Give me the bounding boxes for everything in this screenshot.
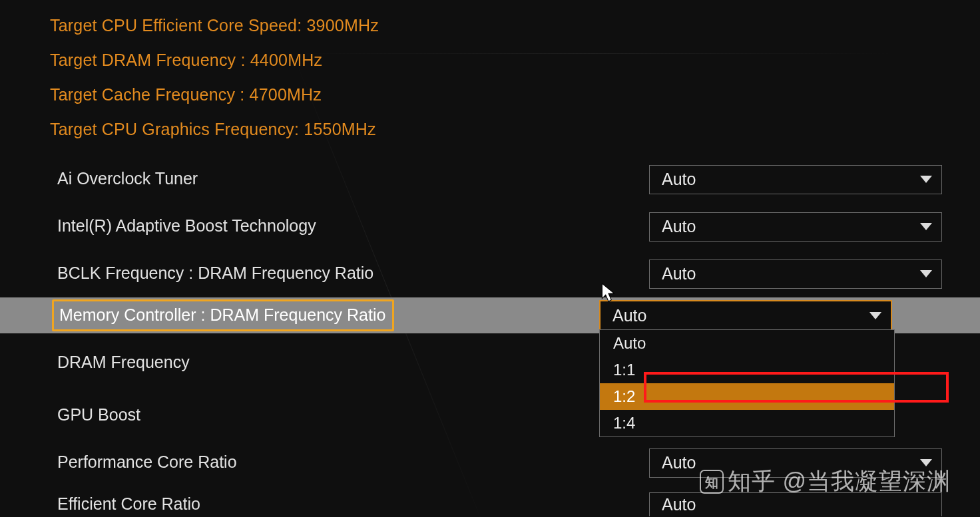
setting-row-performance-core-ratio: Performance Core Ratio Auto (50, 439, 980, 486)
efficient-core-ratio-dropdown[interactable]: Auto (649, 492, 942, 516)
dram-frequency-label: DRAM Frequency (52, 349, 196, 377)
mc-dram-ratio-dropdown[interactable]: Auto Auto 1:1 1:2 1:4 (599, 300, 892, 331)
setting-row-ai-overclock: Ai Overclock Tuner Auto (50, 156, 980, 203)
intel-abt-value: Auto (662, 217, 696, 236)
efficient-core-ratio-label: Efficient Core Ratio (52, 490, 207, 517)
setting-row-efficient-core-ratio: Efficient Core Ratio Auto (50, 486, 980, 517)
efficient-core-ratio-value: Auto (662, 495, 696, 514)
chevron-down-icon (920, 459, 932, 466)
target-dram-frequency: Target DRAM Frequency : 4400MHz (50, 43, 980, 77)
chevron-down-icon (920, 176, 932, 183)
bclk-dram-ratio-value: Auto (662, 264, 696, 283)
gpu-boost-label: GPU Boost (52, 401, 147, 430)
target-cpu-graphics-frequency: Target CPU Graphics Frequency: 1550MHz (50, 112, 980, 146)
setting-row-bclk-dram-ratio: BCLK Frequency : DRAM Frequency Ratio Au… (50, 250, 980, 297)
target-cache-frequency: Target Cache Frequency : 4700MHz (50, 77, 980, 112)
ai-overclock-dropdown[interactable]: Auto (649, 165, 942, 194)
ai-overclock-value: Auto (662, 170, 696, 189)
dropdown-option-1-4[interactable]: 1:4 (600, 410, 894, 436)
performance-core-ratio-label: Performance Core Ratio (52, 448, 244, 477)
performance-core-ratio-value: Auto (662, 453, 696, 472)
dropdown-option-1-1[interactable]: 1:1 (600, 357, 894, 383)
ai-overclock-label: Ai Overclock Tuner (52, 165, 204, 194)
chevron-down-icon (920, 270, 932, 277)
bclk-dram-ratio-dropdown[interactable]: Auto (649, 259, 942, 289)
bclk-dram-ratio-label: BCLK Frequency : DRAM Frequency Ratio (52, 259, 380, 288)
chevron-down-icon (869, 312, 881, 319)
dropdown-option-auto[interactable]: Auto (600, 330, 894, 357)
performance-core-ratio-dropdown[interactable]: Auto (649, 448, 942, 478)
mc-dram-ratio-value: Auto (612, 306, 646, 325)
setting-row-mc-dram-ratio[interactable]: Memory Controller : DRAM Frequency Ratio… (0, 297, 980, 333)
dropdown-option-1-2[interactable]: 1:2 (600, 383, 894, 410)
target-cpu-efficient-core-speed: Target CPU Efficient Core Speed: 3900MHz (50, 8, 980, 43)
intel-abt-dropdown[interactable]: Auto (649, 212, 942, 242)
intel-abt-label: Intel(R) Adaptive Boost Technology (52, 212, 323, 241)
chevron-down-icon (920, 223, 932, 230)
mc-dram-ratio-options: Auto 1:1 1:2 1:4 (599, 329, 895, 437)
setting-row-intel-abt: Intel(R) Adaptive Boost Technology Auto (50, 203, 980, 250)
mc-dram-ratio-label: Memory Controller : DRAM Frequency Ratio (52, 299, 394, 332)
